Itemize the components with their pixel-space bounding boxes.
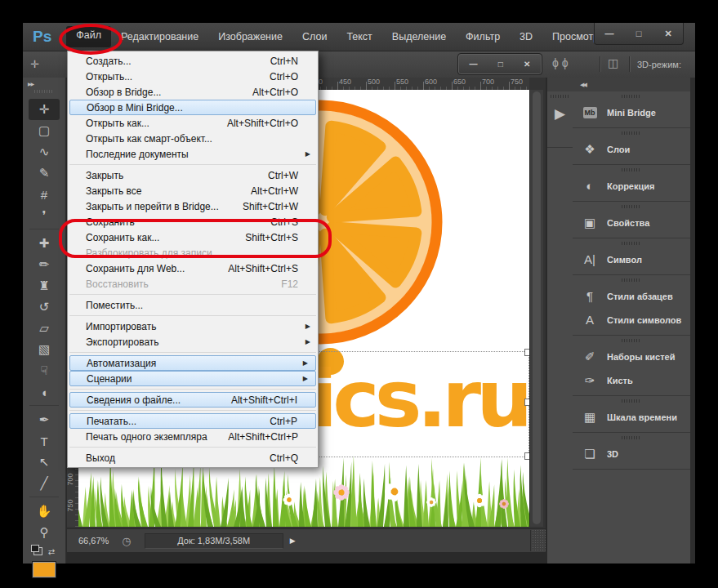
pen-tool[interactable]: ✒ — [23, 409, 65, 430]
file-menu-item[interactable]: Разблокировать для записи... — [68, 245, 318, 261]
file-menu-item[interactable]: ВыходCtrl+Q — [68, 450, 318, 466]
maximize-button[interactable]: □ — [627, 29, 651, 38]
menubar-item[interactable]: Фильтр — [456, 26, 510, 47]
file-menu-item[interactable]: СохранитьCtrl+S — [68, 214, 318, 229]
history-brush-tool[interactable]: ↺ — [23, 296, 65, 318]
dodge-tool[interactable]: ◖ — [23, 381, 65, 403]
foreground-color-swatch[interactable] — [33, 562, 56, 577]
menubar-item[interactable]: Изображение — [208, 26, 292, 47]
eraser-tool[interactable]: ▱ — [23, 318, 65, 339]
hand-tool[interactable]: ✋ — [23, 501, 65, 522]
lasso-tool[interactable]: ∿ — [23, 141, 65, 163]
eyedropper-tool[interactable]: ❜ — [23, 205, 65, 226]
panel-group: MbMini Bridge — [573, 95, 690, 128]
submenu-arrow-icon: ▶ — [303, 359, 308, 367]
file-menu-item[interactable]: Экспортировать▶ — [68, 334, 318, 350]
panel-button-properties[interactable]: ▣Свойства — [573, 211, 690, 234]
panel-grip[interactable] — [622, 131, 641, 135]
tools-panel-grip[interactable] — [34, 90, 54, 93]
panel-grip[interactable] — [622, 205, 641, 208]
panel-button-actions[interactable]: ▶ — [547, 95, 573, 148]
menubar-item[interactable]: Редактирование — [111, 26, 208, 47]
document-size-info[interactable]: Док: 1,83М/3,58М — [145, 533, 283, 549]
quick-selection-tool[interactable]: ✎ — [23, 163, 65, 184]
file-menu-item[interactable]: Открыть как смарт-объект... — [68, 131, 318, 146]
panel-button-3d[interactable]: ❏3D — [573, 442, 690, 466]
file-menu-item[interactable]: Обзор в Mini Bridge... — [69, 100, 316, 115]
3d-rotate-icon[interactable]: ϕϕ — [552, 56, 572, 69]
panel-grip[interactable] — [551, 95, 570, 98]
file-menu-item[interactable]: Печатать...Ctrl+P — [69, 413, 316, 429]
swap-arrows-icon[interactable]: ⇄ — [48, 547, 55, 556]
panel-grip[interactable] — [622, 168, 641, 172]
panel-button-brush-presets[interactable]: ✐Наборы кистей — [573, 345, 690, 368]
zoom-level-field[interactable]: 66,67% — [78, 536, 109, 546]
file-menu-item[interactable]: Печать одного экземпляраAlt+Shift+Ctrl+P — [68, 429, 318, 444]
file-menu-item[interactable]: Сохранить как...Shift+Ctrl+S — [68, 229, 318, 245]
healing-brush-tool[interactable]: ✚ — [23, 233, 65, 254]
gradient-tool[interactable]: ▧ — [23, 339, 65, 360]
file-menu-item[interactable]: Сохранить для Web...Alt+Shift+Ctrl+S — [68, 261, 318, 276]
brush-icon: ✑ — [582, 373, 598, 388]
panel-grip[interactable] — [622, 95, 641, 98]
menubar-item[interactable]: 3D — [510, 26, 542, 47]
menubar-item[interactable]: Текст — [337, 26, 381, 47]
file-menu-item[interactable]: Обзор в Bridge...Alt+Ctrl+O — [68, 84, 318, 100]
file-menu-item[interactable]: Открыть как...Alt+Shift+Ctrl+O — [68, 115, 318, 131]
clone-stamp-tool[interactable]: ♜ — [23, 275, 65, 296]
file-menu-item[interactable]: Закрыть всеAlt+Ctrl+W — [68, 183, 318, 198]
collapse-panels-icon[interactable]: ◀◀ — [580, 82, 586, 88]
panel-grip[interactable] — [622, 242, 641, 245]
zoom-tool[interactable]: ⚲ — [23, 522, 65, 543]
3d-scale-icon[interactable]: ◫ — [608, 56, 622, 69]
file-menu-item[interactable]: Импортировать▶ — [68, 318, 318, 334]
smudge-tool[interactable]: ☟ — [23, 360, 65, 381]
panel-button-paragraph-styles[interactable]: ¶Стили абзацев — [573, 284, 690, 308]
swap-colors-control[interactable]: ⇄ — [23, 545, 65, 558]
panel-button-mini-bridge[interactable]: MbMini Bridge — [573, 100, 690, 124]
file-menu-item[interactable]: Сценарии▶ — [69, 371, 316, 386]
panel-grip[interactable] — [622, 399, 641, 403]
file-menu-item[interactable]: ЗакрытьCtrl+W — [68, 167, 318, 183]
path-selection-tool[interactable]: ↖ — [23, 452, 65, 473]
panel-button-brush[interactable]: ✑Кисть — [573, 368, 690, 392]
file-menu-item[interactable]: ВосстановитьF12 — [68, 276, 318, 292]
expand-panel-icon[interactable]: ▶▶ — [28, 81, 33, 87]
panel-button-adjustments[interactable]: ◐Коррекция — [573, 174, 690, 198]
file-menu-item[interactable]: Автоматизация▶ — [69, 355, 316, 371]
crop-tool[interactable]: # — [23, 184, 65, 205]
file-menu-item[interactable]: Создать...Ctrl+N — [68, 53, 318, 69]
status-bar: 66,67% ◷ Док: 1,83М/3,58М ▶ — [67, 528, 546, 552]
doc-maximize-button[interactable]: □ — [498, 60, 503, 69]
close-button[interactable]: ✕ — [656, 29, 680, 39]
menubar-item[interactable]: Выделение — [382, 26, 456, 47]
brush-tool[interactable]: ✏ — [23, 254, 65, 275]
rectangular-marquee-tool[interactable]: ▢ — [23, 120, 65, 141]
default-colors-icon[interactable] — [33, 547, 42, 555]
panel-grip[interactable] — [622, 278, 641, 282]
doc-close-button[interactable]: ✕ — [524, 60, 530, 69]
minimize-button[interactable]: — — [597, 29, 622, 38]
panel-grip[interactable] — [622, 339, 641, 342]
status-menu-arrow-icon[interactable]: ▶ — [290, 537, 296, 545]
resize-grip[interactable] — [530, 530, 546, 551]
file-menu-item[interactable]: Сведения о файле...Alt+Shift+Ctrl+I — [69, 392, 316, 408]
panel-group: ¶Стили абзацевAСтили символов — [573, 278, 690, 336]
panel-grip[interactable] — [622, 436, 641, 439]
scrollbar-thumb[interactable] — [533, 91, 541, 524]
panel-button-character[interactable]: A|Символ — [573, 247, 690, 271]
file-menu-item[interactable]: Последние документы▶ — [68, 146, 318, 162]
move-tool[interactable]: ✛ — [29, 99, 60, 120]
panel-button-timeline[interactable]: ▦Шкала времени — [573, 405, 690, 429]
doc-minimize-button[interactable]: — — [470, 60, 478, 69]
menubar-item[interactable]: Слои — [292, 26, 337, 47]
menubar-item[interactable]: Файл — [66, 26, 111, 47]
vertical-scrollbar[interactable] — [529, 90, 543, 527]
panel-button-layers[interactable]: ❖Слои — [573, 137, 690, 161]
file-menu-item[interactable]: Закрыть и перейти в Bridge...Shift+Ctrl+… — [68, 198, 318, 214]
file-menu-item[interactable]: Поместить... — [68, 297, 318, 313]
line-tool[interactable]: ╱ — [23, 473, 65, 494]
panel-button-character-styles[interactable]: AСтили символов — [573, 308, 690, 332]
type-tool[interactable]: T — [23, 430, 65, 452]
file-menu-item[interactable]: Открыть...Ctrl+O — [68, 69, 318, 84]
